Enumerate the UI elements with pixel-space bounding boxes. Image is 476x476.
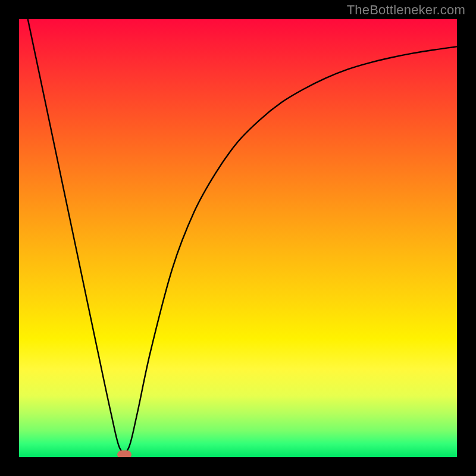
plot-area: [19, 19, 457, 457]
watermark-text: TheBottleneker.com: [347, 2, 465, 18]
minimum-marker: [117, 450, 131, 457]
bottleneck-curve: [19, 19, 457, 457]
chart-frame: TheBottleneker.com: [0, 0, 476, 476]
